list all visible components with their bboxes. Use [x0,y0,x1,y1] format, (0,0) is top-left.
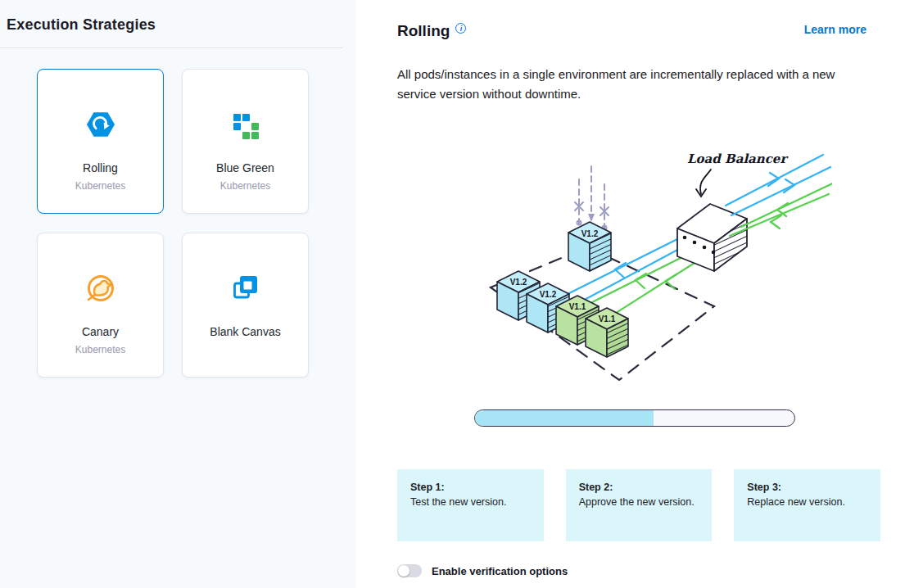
strategy-card-blank-canvas[interactable]: Blank Canvas [182,233,309,378]
rolling-icon [85,107,116,142]
detail-title: Rolling [397,21,450,40]
toggle-knob [398,565,409,577]
step-title: Step 1: [410,482,531,493]
strategy-list-panel: Execution Strategies Rolling Kubernetes [0,0,356,588]
verification-toggle[interactable] [397,564,422,577]
execution-strategies-screen: Execution Strategies Rolling Kubernetes [0,0,914,588]
step-card-2: Step 2: Approve the new version. [566,469,713,541]
step-body: Approve the new version. [579,496,699,508]
pod-label: V1.2 [510,278,527,287]
step-body: Test the new version. [410,496,531,508]
blank-canvas-icon [231,271,260,305]
pod-label: V1.2 [581,229,599,238]
card-title: Rolling [83,161,118,174]
strategy-cards: Rolling Kubernetes Blue Green Kubern [37,69,356,378]
detail-header: Rolling i Learn more [397,21,880,40]
card-title: Blue Green [216,161,274,174]
verification-toggle-label: Enable verification options [432,565,568,577]
load-balancer-box [677,204,747,271]
deploy-crane-lines [575,166,609,230]
divider [0,47,342,48]
verification-toggle-row: Enable verification options [397,564,880,577]
step-title: Step 3: [747,482,867,493]
strategy-card-rolling[interactable]: Rolling Kubernetes [37,69,164,214]
canary-icon [84,271,117,305]
card-subtitle: Kubernetes [75,180,125,192]
card-subtitle: Kubernetes [75,344,125,355]
card-title: Canary [82,325,119,338]
learn-more-link[interactable]: Learn more [804,21,866,38]
pod-label: V1.1 [569,302,586,311]
rollout-progress-bar [474,409,795,427]
step-title: Step 2: [579,482,699,493]
rollout-progress-fill [475,410,654,426]
strategy-description: All pods/instances in a single environme… [397,65,871,104]
pod-label: V1.1 [599,314,616,323]
strategy-detail-panel: Rolling i Learn more All pods/instances … [356,0,914,588]
load-balancer-label: Load Balancer [687,152,789,166]
rolling-deployment-illustration: Load Balancer V1.2 V1.2 V1.2 V1.1 V1.1 [468,132,832,402]
pod-label: V1.2 [540,290,557,299]
page-title: Execution Strategies [7,16,356,34]
step-card-3: Step 3: Replace new version. [734,469,880,541]
strategy-card-blue-green[interactable]: Blue Green Kubernetes [182,69,309,214]
step-card-1: Step 1: Test the new version. [397,469,544,541]
label-pointer-arrow [696,170,711,197]
card-subtitle: Kubernetes [220,180,270,192]
card-title: Blank Canvas [210,325,280,338]
strategy-card-canary[interactable]: Canary Kubernetes [37,233,164,378]
step-body: Replace new version. [747,496,867,508]
info-icon[interactable]: i [455,23,466,34]
blue-green-icon [231,107,260,142]
rollout-steps: Step 1: Test the new version. Step 2: Ap… [397,469,880,541]
